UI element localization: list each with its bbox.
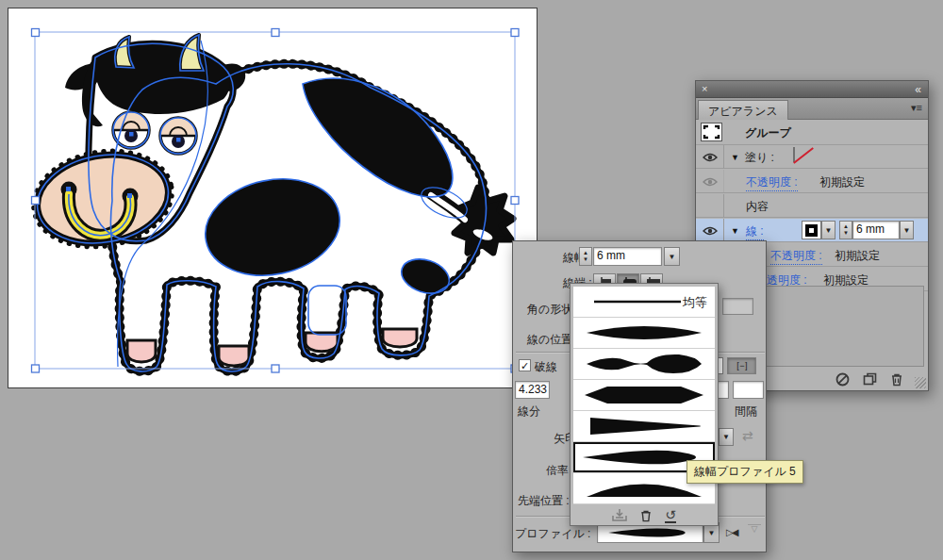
gap-field-3[interactable]	[733, 381, 764, 399]
opacity-link[interactable]: 不透明度 :	[770, 248, 822, 265]
profile-option-3[interactable]	[573, 380, 715, 411]
panel-resize-grip[interactable]	[915, 377, 926, 388]
save-profile-icon[interactable]	[612, 509, 627, 521]
dash-column-label: 線分	[518, 404, 540, 420]
stroke-width-dropdown-icon[interactable]: ▼	[900, 221, 914, 239]
stroke-width-stepper[interactable]: ▲▼	[839, 221, 852, 239]
appearance-row-fill-opacity[interactable]: 不透明度 : 初期設定	[696, 170, 928, 193]
contents-label: 内容	[746, 199, 769, 215]
stroke-width-field[interactable]: 6 mm	[852, 221, 900, 239]
group-label: グループ	[745, 125, 791, 141]
fill-label: 塗り :	[745, 150, 774, 166]
arrowhead-dropdown-icon[interactable]: ▼	[719, 428, 734, 446]
dash-field-1[interactable]: 4.233	[515, 381, 550, 399]
clear-appearance-icon[interactable]	[835, 372, 850, 387]
opacity-link[interactable]: 不透明度 :	[746, 174, 798, 191]
appearance-row-fill[interactable]: ▼ 塗り :	[696, 145, 928, 169]
stroke-swatch[interactable]	[802, 221, 821, 239]
swap-arrowheads-icon[interactable]: ⇄	[742, 428, 753, 443]
group-thumbnail	[701, 123, 722, 141]
disclosure-icon[interactable]: ▼	[731, 153, 739, 162]
disclosure-icon[interactable]: ▼	[731, 226, 739, 236]
flip-along-icon[interactable]: ▽	[748, 524, 761, 534]
cow-illustration[interactable]	[8, 8, 538, 389]
close-icon[interactable]: ×	[702, 83, 707, 94]
flip-across-icon[interactable]: ▷◀	[726, 527, 736, 537]
visibility-eye-icon[interactable]	[696, 170, 724, 193]
stroke-weight-stepper[interactable]: ▲▼	[579, 247, 592, 266]
collapse-panel-icon[interactable]: «	[915, 83, 920, 96]
uniform-label: 均等	[683, 294, 707, 311]
appearance-row-contents[interactable]: 内容	[696, 194, 928, 218]
dashed-line-checkbox[interactable]: ✓	[519, 359, 531, 371]
appearance-panel-titlebar: × «	[696, 81, 928, 98]
visibility-eye-icon[interactable]	[696, 219, 724, 242]
stroke-link[interactable]: 線 :	[746, 223, 764, 240]
dashed-line-label: 破線	[535, 359, 557, 375]
gap-column-label: 間隔	[735, 404, 757, 420]
visibility-eye-icon[interactable]	[696, 145, 724, 169]
miter-limit-field[interactable]	[722, 298, 753, 315]
profile-option-2[interactable]	[573, 349, 715, 380]
tip-position-label: 先端位置 :	[518, 493, 570, 509]
panel-menu-icon[interactable]: ▾≡	[911, 102, 922, 114]
opacity-value: 初期設定	[835, 248, 880, 264]
delete-item-trash-icon[interactable]	[890, 372, 903, 387]
stroke-swatch-dropdown-icon[interactable]: ▼	[821, 221, 835, 239]
tooltip: 線幅プロファイル 5	[687, 460, 803, 484]
delete-profile-trash-icon[interactable]	[639, 509, 653, 522]
stroke-weight-field[interactable]: 6 mm	[593, 247, 662, 266]
appearance-row-stroke[interactable]: ▼ 線 : ▼ ▲▼ 6 mm ▼	[696, 219, 928, 242]
opacity-value: 初期設定	[819, 174, 865, 190]
appearance-row-group[interactable]: グループ	[696, 120, 928, 145]
duplicate-item-icon[interactable]	[863, 372, 877, 386]
profile-option-1[interactable]	[573, 318, 715, 349]
tab-appearance[interactable]: アピアランス	[698, 100, 788, 120]
appearance-tab-bar: アピアランス ▾≡	[696, 98, 928, 120]
profile-option-uniform[interactable]: 均等	[573, 287, 715, 318]
profile-dropdown-toolbar: ↺	[573, 506, 715, 524]
stroke-weight-dropdown-icon[interactable]: ▼	[664, 247, 680, 266]
fill-none-swatch[interactable]	[793, 147, 795, 162]
reset-profiles-icon[interactable]: ↺	[665, 508, 676, 523]
cow-hooves	[127, 329, 417, 366]
eye-column	[696, 194, 724, 218]
artboard	[8, 8, 538, 388]
profile-label: プロファイル :	[515, 526, 590, 542]
profile-option-4[interactable]	[573, 411, 715, 442]
dash-align-button[interactable]: [ − ]	[727, 357, 756, 374]
width-profile-dropdown: 均等 ↺	[570, 283, 719, 526]
